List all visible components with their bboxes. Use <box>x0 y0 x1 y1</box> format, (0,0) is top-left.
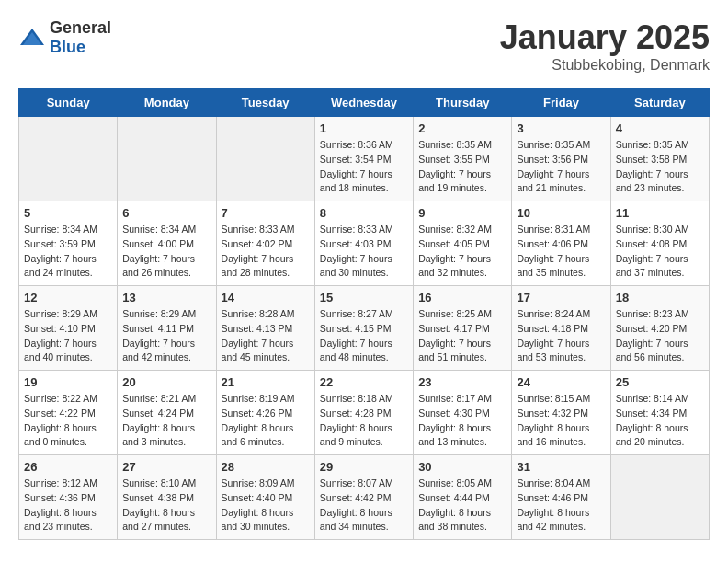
calendar-cell: 14Sunrise: 8:28 AM Sunset: 4:13 PM Dayli… <box>216 286 314 371</box>
calendar-cell: 16Sunrise: 8:25 AM Sunset: 4:17 PM Dayli… <box>414 286 512 371</box>
day-info: Sunrise: 8:29 AM Sunset: 4:11 PM Dayligh… <box>122 307 210 365</box>
calendar-cell: 5Sunrise: 8:34 AM Sunset: 3:59 PM Daylig… <box>19 201 118 286</box>
day-info: Sunrise: 8:24 AM Sunset: 4:18 PM Dayligh… <box>517 307 605 365</box>
calendar-header: SundayMondayTuesdayWednesdayThursdayFrid… <box>19 89 710 117</box>
calendar-cell: 26Sunrise: 8:12 AM Sunset: 4:36 PM Dayli… <box>19 455 118 540</box>
calendar-cell <box>19 117 118 201</box>
calendar-cell: 11Sunrise: 8:30 AM Sunset: 4:08 PM Dayli… <box>610 201 709 286</box>
day-number: 21 <box>222 375 310 389</box>
day-number: 24 <box>517 375 605 389</box>
day-info: Sunrise: 8:07 AM Sunset: 4:42 PM Dayligh… <box>320 477 408 534</box>
day-info: Sunrise: 8:21 AM Sunset: 4:24 PM Dayligh… <box>122 392 210 450</box>
day-of-week-saturday: Saturday <box>610 89 709 117</box>
day-number: 9 <box>418 206 506 220</box>
days-of-week-row: SundayMondayTuesdayWednesdayThursdayFrid… <box>19 89 710 117</box>
week-row-3: 12Sunrise: 8:29 AM Sunset: 4:10 PM Dayli… <box>19 286 710 371</box>
day-info: Sunrise: 8:14 AM Sunset: 4:34 PM Dayligh… <box>616 392 704 450</box>
calendar-cell: 6Sunrise: 8:34 AM Sunset: 4:00 PM Daylig… <box>118 201 216 286</box>
page-header: General Blue January 2025 Stubbekobing, … <box>18 18 710 74</box>
calendar-cell <box>118 117 216 201</box>
day-info: Sunrise: 8:27 AM Sunset: 4:15 PM Dayligh… <box>320 307 408 365</box>
week-row-5: 26Sunrise: 8:12 AM Sunset: 4:36 PM Dayli… <box>19 455 710 540</box>
day-info: Sunrise: 8:04 AM Sunset: 4:46 PM Dayligh… <box>517 477 605 534</box>
day-number: 12 <box>24 291 112 304</box>
day-info: Sunrise: 8:33 AM Sunset: 4:03 PM Dayligh… <box>320 223 408 281</box>
logo: General Blue <box>18 18 111 57</box>
day-info: Sunrise: 8:22 AM Sunset: 4:22 PM Dayligh… <box>24 392 112 450</box>
day-info: Sunrise: 8:28 AM Sunset: 4:13 PM Dayligh… <box>222 307 310 365</box>
day-number: 6 <box>122 206 210 220</box>
calendar-cell: 1Sunrise: 8:36 AM Sunset: 3:54 PM Daylig… <box>314 117 413 201</box>
day-number: 4 <box>616 121 704 135</box>
calendar-cell: 20Sunrise: 8:21 AM Sunset: 4:24 PM Dayli… <box>118 371 216 455</box>
calendar-cell: 15Sunrise: 8:27 AM Sunset: 4:15 PM Dayli… <box>314 286 413 371</box>
day-info: Sunrise: 8:17 AM Sunset: 4:30 PM Dayligh… <box>418 392 506 450</box>
day-info: Sunrise: 8:09 AM Sunset: 4:40 PM Dayligh… <box>222 477 310 534</box>
day-number: 2 <box>418 121 506 135</box>
calendar-cell: 9Sunrise: 8:32 AM Sunset: 4:05 PM Daylig… <box>414 201 512 286</box>
day-of-week-tuesday: Tuesday <box>216 89 314 117</box>
calendar-cell: 17Sunrise: 8:24 AM Sunset: 4:18 PM Dayli… <box>512 286 610 371</box>
calendar-table: SundayMondayTuesdayWednesdayThursdayFrid… <box>18 88 710 540</box>
week-row-4: 19Sunrise: 8:22 AM Sunset: 4:22 PM Dayli… <box>19 371 710 455</box>
calendar-subtitle: Stubbekobing, Denmark <box>500 57 710 74</box>
week-row-1: 1Sunrise: 8:36 AM Sunset: 3:54 PM Daylig… <box>19 117 710 201</box>
day-of-week-sunday: Sunday <box>19 89 118 117</box>
day-info: Sunrise: 8:18 AM Sunset: 4:28 PM Dayligh… <box>320 392 408 450</box>
day-info: Sunrise: 8:31 AM Sunset: 4:06 PM Dayligh… <box>517 223 605 281</box>
calendar-cell: 3Sunrise: 8:35 AM Sunset: 3:56 PM Daylig… <box>512 117 610 201</box>
day-info: Sunrise: 8:36 AM Sunset: 3:54 PM Dayligh… <box>320 138 408 196</box>
day-info: Sunrise: 8:12 AM Sunset: 4:36 PM Dayligh… <box>24 477 112 534</box>
day-of-week-friday: Friday <box>512 89 610 117</box>
day-number: 30 <box>418 460 506 474</box>
day-info: Sunrise: 8:10 AM Sunset: 4:38 PM Dayligh… <box>122 477 210 534</box>
day-number: 14 <box>222 291 310 304</box>
day-info: Sunrise: 8:32 AM Sunset: 4:05 PM Dayligh… <box>418 223 506 281</box>
day-number: 22 <box>320 375 408 389</box>
calendar-cell: 25Sunrise: 8:14 AM Sunset: 4:34 PM Dayli… <box>610 371 709 455</box>
day-number: 25 <box>616 375 704 389</box>
day-number: 8 <box>320 206 408 220</box>
calendar-cell: 23Sunrise: 8:17 AM Sunset: 4:30 PM Dayli… <box>414 371 512 455</box>
day-info: Sunrise: 8:19 AM Sunset: 4:26 PM Dayligh… <box>222 392 310 450</box>
day-info: Sunrise: 8:05 AM Sunset: 4:44 PM Dayligh… <box>418 477 506 534</box>
calendar-cell: 22Sunrise: 8:18 AM Sunset: 4:28 PM Dayli… <box>314 371 413 455</box>
day-number: 28 <box>222 460 310 474</box>
day-number: 16 <box>418 291 506 304</box>
day-of-week-thursday: Thursday <box>414 89 512 117</box>
day-number: 18 <box>616 291 704 304</box>
calendar-cell: 10Sunrise: 8:31 AM Sunset: 4:06 PM Dayli… <box>512 201 610 286</box>
calendar-cell <box>610 455 709 540</box>
calendar-cell <box>216 117 314 201</box>
day-number: 3 <box>517 121 605 135</box>
calendar-cell: 27Sunrise: 8:10 AM Sunset: 4:38 PM Dayli… <box>118 455 216 540</box>
calendar-cell: 7Sunrise: 8:33 AM Sunset: 4:02 PM Daylig… <box>216 201 314 286</box>
day-number: 26 <box>24 460 112 474</box>
day-number: 17 <box>517 291 605 304</box>
day-info: Sunrise: 8:25 AM Sunset: 4:17 PM Dayligh… <box>418 307 506 365</box>
week-row-2: 5Sunrise: 8:34 AM Sunset: 3:59 PM Daylig… <box>19 201 710 286</box>
day-number: 31 <box>517 460 605 474</box>
calendar-cell: 13Sunrise: 8:29 AM Sunset: 4:11 PM Dayli… <box>118 286 216 371</box>
day-of-week-wednesday: Wednesday <box>314 89 413 117</box>
day-number: 20 <box>122 375 210 389</box>
calendar-cell: 29Sunrise: 8:07 AM Sunset: 4:42 PM Dayli… <box>314 455 413 540</box>
day-number: 15 <box>320 291 408 304</box>
calendar-cell: 31Sunrise: 8:04 AM Sunset: 4:46 PM Dayli… <box>512 455 610 540</box>
day-number: 1 <box>320 121 408 135</box>
calendar-cell: 4Sunrise: 8:35 AM Sunset: 3:58 PM Daylig… <box>610 117 709 201</box>
day-info: Sunrise: 8:34 AM Sunset: 4:00 PM Dayligh… <box>122 223 210 281</box>
calendar-cell: 30Sunrise: 8:05 AM Sunset: 4:44 PM Dayli… <box>414 455 512 540</box>
day-info: Sunrise: 8:35 AM Sunset: 3:58 PM Dayligh… <box>616 138 704 196</box>
calendar-cell: 24Sunrise: 8:15 AM Sunset: 4:32 PM Dayli… <box>512 371 610 455</box>
logo-general-text: General <box>50 18 111 37</box>
calendar-title: January 2025 <box>500 18 710 57</box>
day-info: Sunrise: 8:35 AM Sunset: 3:55 PM Dayligh… <box>418 138 506 196</box>
day-number: 11 <box>616 206 704 220</box>
day-number: 19 <box>24 375 112 389</box>
day-info: Sunrise: 8:33 AM Sunset: 4:02 PM Dayligh… <box>222 223 310 281</box>
day-of-week-monday: Monday <box>118 89 216 117</box>
calendar-cell: 8Sunrise: 8:33 AM Sunset: 4:03 PM Daylig… <box>314 201 413 286</box>
day-number: 27 <box>122 460 210 474</box>
day-info: Sunrise: 8:29 AM Sunset: 4:10 PM Dayligh… <box>24 307 112 365</box>
